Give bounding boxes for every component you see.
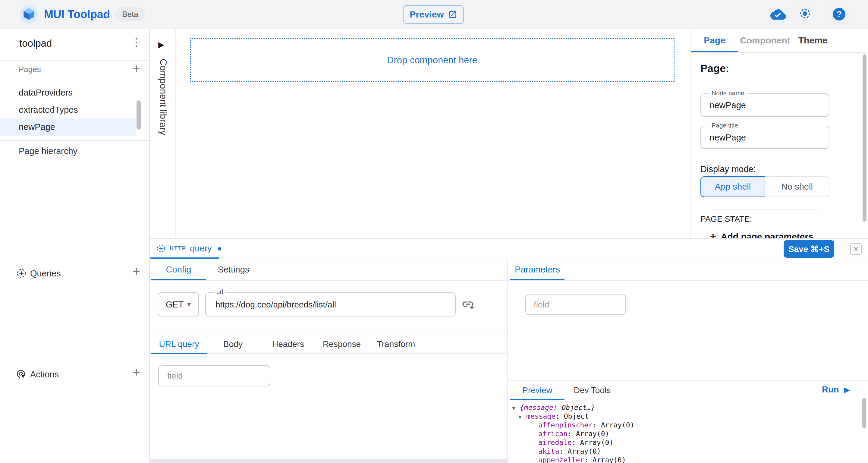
tab-headers[interactable]: Headers [260,339,316,349]
expand-arrow-icon[interactable]: ▼ [512,404,520,412]
project-name: toolpad [19,38,52,49]
query-tab[interactable]: HTTP query ● [156,239,222,258]
tree-row-appenzeller: appenzeller: Array(0) [508,456,861,463]
tree-key: airedale [538,439,572,446]
result-tab-indicator [510,399,564,400]
tree-sep: : [592,421,601,429]
expand-arrow-icon[interactable]: ▼ [518,412,526,421]
inspector-panel: Page Component Theme Page: Node name Pag… [690,29,868,238]
dropdown-arrow-icon: ▾ [187,300,191,309]
node-name-label: Node name [709,90,747,97]
run-play-icon: ▶ [844,385,850,395]
tree-key: affenpinscher [538,421,592,429]
tree-sep: : [559,447,567,455]
display-mode-app-shell-button[interactable]: App shell [701,176,765,197]
sidebar-item-extractedTypes[interactable]: extractedTypes [0,101,135,119]
tab-url-query[interactable]: URL query [151,339,207,349]
page-item-label: newPage [19,122,55,132]
tree-value: Array(0) [580,439,613,446]
tree-key: appenzeller [538,456,584,463]
inspector-heading: Page: [701,62,729,74]
page-item-label: extractedTypes [19,105,78,115]
tree-row-airedale: airedale: Array(0) [508,438,861,447]
parameter-field-input[interactable] [525,295,626,315]
tab-transform[interactable]: Transform [369,339,423,349]
tab-body[interactable]: Body [210,339,255,349]
tree-row-akita: akita: Array(0) [508,447,861,456]
tab-dev-tools[interactable]: Dev Tools [568,385,616,395]
add-page-parameters-button[interactable]: + Add page parameters [710,230,813,238]
request-tab-bar: URL query Body Headers Response Transfor… [150,335,507,354]
method-select[interactable]: GET ▾ [158,292,199,316]
tab-page[interactable]: Page [691,35,738,45]
pages-section-label: Pages [19,65,41,74]
display-mode-label: Display mode: [701,164,756,174]
tree-row-root[interactable]: ▼{message: Object…} [508,403,861,412]
tree-value: Array(0) [601,421,634,429]
tree-value: Array(0) [567,447,601,455]
sidebar-item-dataProviders[interactable]: dataProviders [0,84,135,101]
url-query-field-input[interactable] [158,365,270,387]
page-title-field-wrap: Page title [701,126,830,149]
tab-settings[interactable]: Settings [210,265,258,275]
app-shell-label: App shell [715,182,751,192]
tree-row-affenpinscher: affenpinscher: Array(0) [508,421,861,430]
page-title-input[interactable] [709,132,822,143]
tree-value: Object…} [562,404,595,411]
mui-toolpad-app: MUI Toolpad Beta Preview [0,0,868,463]
node-name-input[interactable] [709,100,822,111]
tree-row-message[interactable]: ▼message: Object [508,412,861,421]
cloud-done-icon[interactable] [770,7,786,22]
result-scrollbar[interactable] [862,398,866,428]
mui-logo-icon [19,5,38,24]
pages-scrollbar[interactable] [136,100,141,130]
expand-panel-arrow-icon[interactable]: ▶ [158,40,164,50]
json-tree: ▼{message: Object…} ▼message: Object aff… [508,403,861,463]
preview-button[interactable]: Preview [403,5,464,24]
node-name-field-wrap: Node name [701,93,830,117]
tab-theme[interactable]: Theme [792,35,833,45]
horizontal-scrollbar[interactable] [150,459,507,463]
tree-sep: : [572,439,580,446]
inspector-tab-bar: Page Component Theme [691,29,868,53]
unsaved-dot-icon: ● [217,244,222,253]
page-item-label: dataProviders [19,88,73,98]
request-tab-indicator [151,353,207,354]
config-tab-indicator [151,279,206,280]
tree-key: message [526,412,555,420]
tab-preview[interactable]: Preview [510,385,564,395]
tab-config[interactable]: Config [151,265,206,275]
run-button[interactable]: Run ▶ [822,384,850,395]
inspector-scrollbar[interactable] [863,54,867,221]
page-title-label: Page title [709,122,741,129]
tree-sep: : [555,412,564,420]
tab-parameters[interactable]: Parameters [510,265,564,275]
add-link-icon[interactable] [461,298,474,310]
add-query-button[interactable]: + [130,264,143,279]
query-name-label: query [190,244,212,253]
tree-row-african: african: Array(0) [508,430,861,438]
tab-response[interactable]: Response [315,339,369,349]
component-library-panel: ▶ Component library [150,29,176,238]
parameters-tab-bar: Parameters [508,259,868,281]
tree-value: Object [564,412,589,420]
add-page-button[interactable]: + [130,61,143,76]
help-icon: ? [833,8,845,21]
close-panel-button[interactable]: × [850,243,862,255]
add-action-button[interactable]: + [130,365,143,380]
theme-toggle-button[interactable] [796,5,814,24]
actions-section-label: Actions [30,370,59,379]
tree-brace: { [520,404,524,411]
page-hierarchy-item[interactable]: Page hierarchy [19,146,78,156]
tree-value: Array(0) [592,456,626,463]
drop-zone[interactable]: Drop component here [190,38,675,82]
project-menu-kebab-icon[interactable]: ⋮ [130,36,142,49]
result-tab-bar: Preview Dev Tools Run ▶ [508,380,868,400]
help-button[interactable]: ? [830,5,848,24]
url-input[interactable] [215,300,445,310]
save-button[interactable]: Save ⌘+S [784,240,834,258]
app-title: MUI Toolpad [44,8,110,21]
sidebar-item-newPage[interactable]: newPage [0,119,135,136]
display-mode-no-shell-button[interactable]: No shell [765,176,830,197]
tab-component[interactable]: Component [740,35,786,45]
